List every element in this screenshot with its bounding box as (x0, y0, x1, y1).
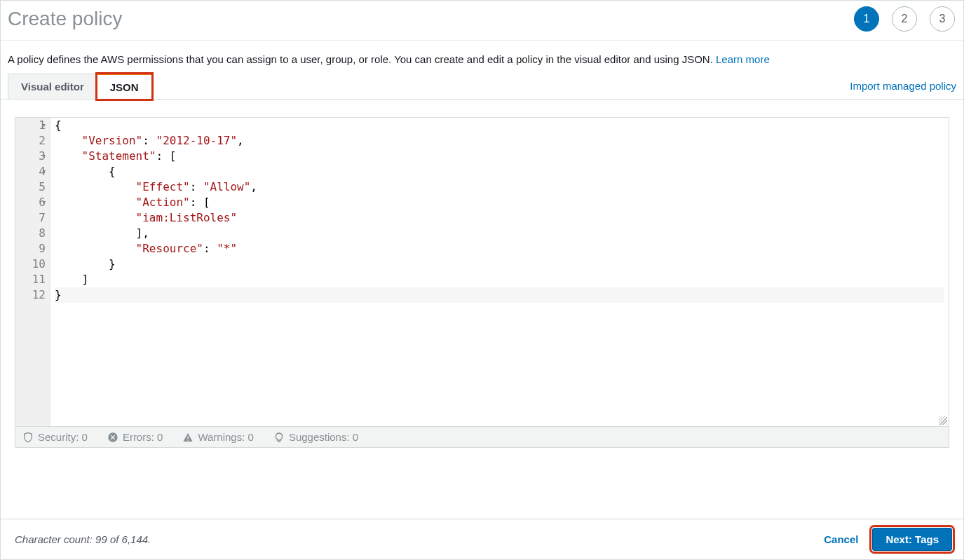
import-managed-policy-link[interactable]: Import managed policy (850, 80, 956, 99)
step-2[interactable]: 2 (892, 6, 917, 32)
footer: Character count: 99 of 6,144. Cancel Nex… (1, 519, 963, 559)
status-security[interactable]: Security: 0 (22, 431, 88, 443)
tabs: Visual editor JSON (8, 74, 151, 99)
learn-more-link[interactable]: Learn more (716, 53, 770, 65)
json-editor[interactable]: 1▾23▾4▾56▾789101112 { "Version": "2012-1… (15, 117, 949, 427)
status-errors[interactable]: Errors: 0 (107, 431, 163, 443)
warning-icon (182, 432, 194, 443)
description-text: A policy defines the AWS permissions tha… (8, 53, 716, 65)
step-1[interactable]: 1 (854, 6, 879, 32)
error-icon (107, 432, 118, 443)
status-bar: Security: 0 Errors: 0 Warnings: 0 Sugges… (15, 427, 949, 448)
tabs-row: Visual editor JSON Import managed policy (1, 74, 963, 100)
cancel-button[interactable]: Cancel (824, 533, 858, 545)
wizard-steps: 1 2 3 (854, 6, 955, 32)
status-warnings[interactable]: Warnings: 0 (182, 431, 253, 443)
tab-json[interactable]: JSON (97, 74, 152, 100)
step-3[interactable]: 3 (930, 6, 955, 32)
page-title: Create policy (8, 8, 122, 30)
lightbulb-icon (273, 432, 285, 443)
svg-rect-1 (188, 436, 189, 438)
tab-visual-editor[interactable]: Visual editor (8, 74, 97, 99)
line-gutter: 1▾23▾4▾56▾789101112 (15, 118, 50, 426)
status-suggestions[interactable]: Suggestions: 0 (273, 431, 358, 443)
resize-handle[interactable] (939, 416, 947, 425)
next-tags-button[interactable]: Next: Tags (872, 528, 952, 551)
header: Create policy 1 2 3 (1, 1, 963, 41)
character-count: Character count: 99 of 6,144. (15, 533, 151, 545)
code-content[interactable]: { "Version": "2012-10-17", "Statement": … (50, 118, 949, 426)
shield-icon (22, 432, 34, 443)
svg-rect-2 (188, 439, 189, 440)
description: A policy defines the AWS permissions tha… (1, 41, 963, 74)
